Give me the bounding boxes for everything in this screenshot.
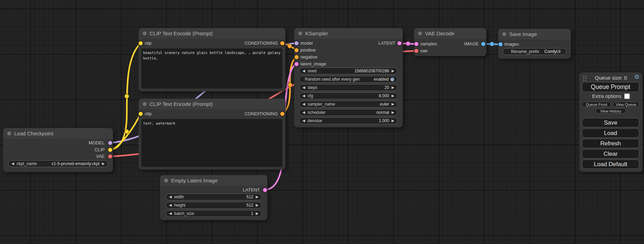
node-title-bar[interactable]: Save Image — [498, 29, 571, 39]
extra-options-checkbox[interactable] — [624, 93, 630, 99]
queue-prompt-button[interactable]: Queue Prompt — [582, 82, 639, 92]
clear-button[interactable]: Clear — [582, 149, 639, 159]
node-title-bar[interactable]: KSampler — [294, 28, 403, 39]
output-port-conditioning[interactable] — [280, 112, 284, 116]
output-port-conditioning[interactable] — [280, 41, 284, 45]
input-label-samples: samples — [420, 41, 437, 47]
queue-size-label: Queue size: 0 — [579, 75, 643, 81]
view-queue-button[interactable]: View Queue — [613, 102, 639, 107]
input-port-samples[interactable] — [414, 42, 418, 46]
decrement-arrow-icon[interactable]: ◀ — [302, 119, 305, 123]
settings-gear-icon[interactable]: ⚙ — [634, 74, 639, 80]
decrement-arrow-icon[interactable]: ◀ — [302, 102, 305, 106]
node-empty-latent-image[interactable]: Empty Latent Image LATENT ◀ width 512 ▶ … — [160, 175, 267, 220]
widget-label: batch_size — [174, 211, 194, 216]
output-port-model[interactable] — [108, 141, 112, 145]
input-port-latent-image[interactable] — [294, 62, 299, 66]
node-title-bar[interactable]: CLIP Text Encode (Prompt) — [139, 99, 285, 109]
decrement-arrow-icon[interactable]: ◀ — [302, 86, 305, 89]
node-title: CLIP Text Encode (Prompt) — [150, 30, 213, 36]
save-button[interactable]: Save — [582, 118, 639, 127]
view-history-button[interactable]: View History — [596, 108, 626, 114]
decrement-arrow-icon[interactable]: ◀ — [11, 162, 14, 165]
steps-widget[interactable]: ◀ steps 20 ▶ — [299, 84, 398, 91]
load-default-button[interactable]: Load Default — [582, 160, 639, 169]
collapse-dot-icon[interactable] — [502, 32, 506, 36]
load-button[interactable]: Load — [582, 128, 639, 138]
input-port-vae[interactable] — [414, 49, 418, 53]
decrement-arrow-icon[interactable]: ◀ — [169, 212, 172, 215]
increment-arrow-icon[interactable]: ▶ — [391, 86, 394, 89]
seed-widget[interactable]: ◀ seed 156680208700286 ▶ — [299, 67, 398, 74]
input-label-positive: positive — [300, 47, 316, 53]
node-clip-text-encode-negative[interactable]: CLIP Text Encode (Prompt) clip CONDITION… — [139, 99, 285, 170]
node-title-bar[interactable]: CLIP Text Encode (Prompt) — [139, 28, 285, 39]
increment-arrow-icon[interactable]: ▶ — [391, 102, 394, 106]
collapse-dot-icon[interactable] — [298, 31, 302, 35]
widget-label: steps — [308, 85, 318, 90]
node-ksampler[interactable]: KSampler model positive negative latent_… — [294, 28, 403, 127]
toggle-knob-icon[interactable] — [390, 78, 394, 81]
decrement-arrow-icon[interactable]: ◀ — [169, 195, 172, 199]
output-port-vae[interactable] — [108, 154, 112, 159]
input-port-negative[interactable] — [294, 55, 299, 59]
sampler-name-widget[interactable]: ◀ sampler_name euler ▶ — [299, 101, 398, 108]
increment-arrow-icon[interactable]: ▶ — [391, 69, 394, 73]
output-port-clip[interactable] — [108, 148, 112, 152]
node-title-bar[interactable]: VAE Decode — [414, 28, 486, 39]
increment-arrow-icon[interactable]: ▶ — [102, 162, 105, 165]
input-label-vae: vae — [420, 48, 427, 54]
comfyui-canvas[interactable]: Load Checkpoint MODEL CLIP VAE ◀ ckpt_na… — [0, 0, 644, 244]
collapse-dot-icon[interactable] — [418, 31, 422, 35]
input-port-clip[interactable] — [139, 112, 143, 116]
decrement-arrow-icon[interactable]: ◀ — [169, 204, 172, 207]
widget-value: 1 — [251, 211, 254, 216]
widget-label: Random seed after every gen — [305, 77, 360, 82]
input-label-latent-image: latent_image — [300, 61, 326, 67]
output-port-latent[interactable] — [397, 41, 402, 45]
node-vae-decode[interactable]: VAE Decode samples vae IMAGE — [414, 28, 486, 56]
decrement-arrow-icon[interactable]: ◀ — [302, 111, 305, 114]
increment-arrow-icon[interactable]: ▶ — [391, 94, 394, 98]
increment-arrow-icon[interactable]: ▶ — [256, 204, 258, 207]
node-clip-text-encode-positive[interactable]: CLIP Text Encode (Prompt) clip CONDITION… — [139, 28, 285, 91]
queue-front-button[interactable]: Queue Front — [582, 102, 611, 107]
input-port-positive[interactable] — [294, 48, 299, 52]
increment-arrow-icon[interactable]: ▶ — [256, 212, 258, 215]
increment-arrow-icon[interactable]: ▶ — [391, 111, 394, 114]
input-port-model[interactable] — [294, 41, 299, 45]
negative-prompt-textarea[interactable]: text, watermark — [141, 119, 282, 167]
output-label-conditioning: CONDITIONING — [245, 40, 278, 46]
collapse-dot-icon[interactable] — [164, 179, 168, 182]
output-port-latent[interactable] — [263, 188, 267, 192]
input-port-images[interactable] — [499, 42, 503, 46]
decrement-arrow-icon[interactable]: ◀ — [302, 94, 305, 98]
random-seed-toggle-widget[interactable]: Random seed after every gen enabled — [299, 76, 398, 83]
width-widget[interactable]: ◀ width 512 ▶ — [166, 193, 262, 200]
denoise-widget[interactable]: ◀ denoise 1.000 ▶ — [299, 117, 398, 124]
scheduler-widget[interactable]: ◀ scheduler normal ▶ — [299, 109, 398, 116]
node-title: Empty Latent Image — [171, 178, 218, 183]
cfg-widget[interactable]: ◀ cfg 8.000 ▶ — [299, 92, 398, 99]
output-port-image[interactable] — [481, 42, 485, 46]
node-title-bar[interactable]: Empty Latent Image — [160, 175, 267, 186]
node-title: Save Image — [509, 31, 537, 37]
refresh-button[interactable]: Refresh — [582, 139, 639, 148]
input-port-clip[interactable] — [139, 41, 143, 45]
batch-size-widget[interactable]: ◀ batch_size 1 ▶ — [166, 210, 262, 217]
node-save-image[interactable]: Save Image images filename_prefix ComfyU… — [498, 29, 571, 59]
height-widget[interactable]: ◀ height 512 ▶ — [166, 202, 262, 209]
ckpt-name-widget[interactable]: ◀ ckpt_name v1-5-pruned-emaonly.ckpt ▶ — [8, 160, 108, 167]
collapse-dot-icon[interactable] — [143, 31, 147, 35]
decrement-arrow-icon[interactable]: ◀ — [302, 69, 305, 73]
output-label-latent: LATENT — [243, 187, 260, 193]
collapse-dot-icon[interactable] — [143, 102, 147, 106]
node-title-bar[interactable]: Load Checkpoint — [3, 128, 113, 139]
node-load-checkpoint[interactable]: Load Checkpoint MODEL CLIP VAE ◀ ckpt_na… — [3, 128, 113, 172]
input-label-images: images — [504, 42, 519, 47]
collapse-dot-icon[interactable] — [7, 132, 11, 135]
filename-prefix-widget[interactable]: filename_prefix ComfyUI — [503, 48, 566, 55]
increment-arrow-icon[interactable]: ▶ — [256, 195, 258, 199]
increment-arrow-icon[interactable]: ▶ — [391, 119, 394, 123]
positive-prompt-textarea[interactable]: beautiful scenery nature glass bottle la… — [141, 48, 282, 89]
